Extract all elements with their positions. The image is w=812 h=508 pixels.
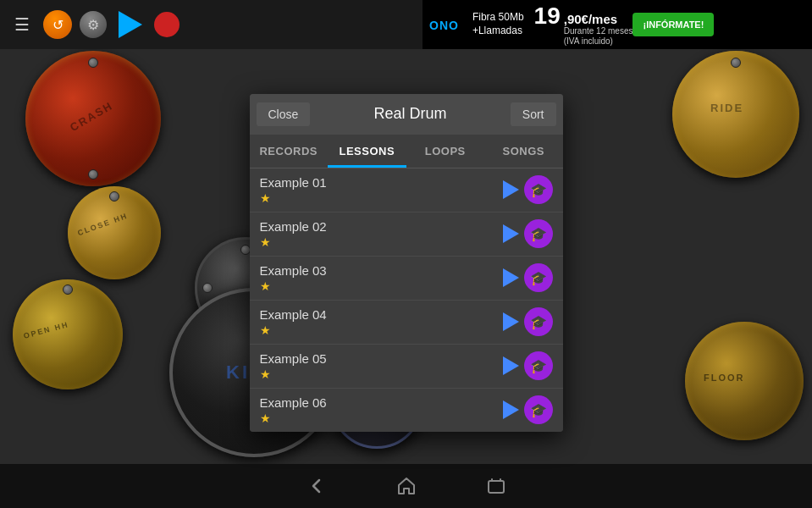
- item-name: Example 04: [260, 307, 503, 322]
- tab-lessons[interactable]: LESSONS: [328, 135, 406, 168]
- list-item[interactable]: Example 02 ★ 🎓: [250, 213, 563, 257]
- item-info: Example 05 ★: [260, 351, 503, 381]
- modal-header: Close Real Drum Sort: [250, 94, 563, 135]
- item-info: Example 03 ★: [260, 263, 503, 293]
- lesson-button[interactable]: 🎓: [524, 263, 553, 292]
- lesson-button[interactable]: 🎓: [524, 395, 553, 424]
- list-item[interactable]: Example 06 ★ 🎓: [250, 389, 563, 432]
- modal-tabs: RECORDS LESSONS LOOPS SONGS: [250, 135, 563, 168]
- modal-title: Real Drum: [310, 105, 511, 123]
- lesson-button[interactable]: 🎓: [524, 307, 553, 336]
- play-arrow-icon[interactable]: [503, 224, 519, 243]
- play-arrow-icon[interactable]: [503, 180, 519, 199]
- item-star: ★: [260, 411, 503, 425]
- item-actions: 🎓: [503, 395, 553, 424]
- item-info: Example 04 ★: [260, 307, 503, 337]
- item-star: ★: [260, 367, 503, 381]
- modal-dialog: Close Real Drum Sort RECORDS LESSONS LOO…: [250, 94, 563, 432]
- tab-songs[interactable]: SONGS: [484, 135, 563, 168]
- lesson-button[interactable]: 🎓: [524, 175, 553, 204]
- modal-close-button[interactable]: Close: [257, 102, 311, 126]
- item-name: Example 03: [260, 263, 503, 278]
- item-actions: 🎓: [503, 263, 553, 292]
- item-actions: 🎓: [503, 175, 553, 204]
- item-actions: 🎓: [503, 307, 553, 336]
- item-info: Example 06 ★: [260, 395, 503, 425]
- lesson-list: Example 01 ★ 🎓 Example 02 ★ 🎓: [250, 168, 563, 432]
- play-arrow-icon[interactable]: [503, 312, 519, 331]
- item-star: ★: [260, 279, 503, 293]
- play-arrow-icon[interactable]: [503, 400, 519, 419]
- item-actions: 🎓: [503, 219, 553, 248]
- item-star: ★: [260, 191, 503, 205]
- tab-loops[interactable]: LOOPS: [406, 135, 485, 168]
- item-info: Example 01 ★: [260, 175, 503, 205]
- item-name: Example 01: [260, 175, 503, 190]
- item-name: Example 05: [260, 351, 503, 366]
- item-name: Example 06: [260, 395, 503, 410]
- list-item[interactable]: Example 03 ★ 🎓: [250, 257, 563, 301]
- list-item[interactable]: Example 04 ★ 🎓: [250, 301, 563, 345]
- list-item[interactable]: Example 01 ★ 🎓: [250, 168, 563, 213]
- tab-records[interactable]: RECORDS: [250, 135, 329, 168]
- item-name: Example 02: [260, 219, 503, 234]
- lesson-button[interactable]: 🎓: [524, 351, 553, 380]
- item-info: Example 02 ★: [260, 219, 503, 249]
- modal-overlay: Close Real Drum Sort RECORDS LESSONS LOO…: [0, 0, 812, 508]
- list-item[interactable]: Example 05 ★ 🎓: [250, 345, 563, 389]
- item-star: ★: [260, 235, 503, 249]
- play-arrow-icon[interactable]: [503, 268, 519, 287]
- item-actions: 🎓: [503, 351, 553, 380]
- lesson-button[interactable]: 🎓: [524, 219, 553, 248]
- item-star: ★: [260, 323, 503, 337]
- play-arrow-icon[interactable]: [503, 356, 519, 375]
- modal-sort-button[interactable]: Sort: [511, 102, 556, 126]
